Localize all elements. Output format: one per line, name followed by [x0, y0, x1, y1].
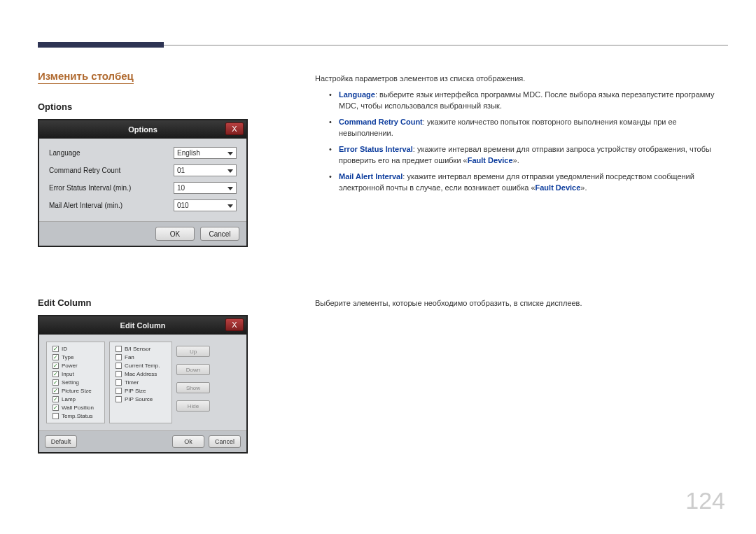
checkbox-item[interactable]: Current Temp. — [115, 363, 166, 369]
row-mail: Mail Alert Interval (min.) 010 — [49, 199, 237, 211]
section-title: Изменить столбец — [38, 70, 134, 84]
checkbox-label: Mac Address — [125, 371, 157, 377]
checkbox-item[interactable]: Temp.Status — [52, 413, 99, 419]
value-retry: 01 — [177, 167, 185, 174]
checkbox-icon[interactable]: ✓ — [52, 346, 59, 352]
value-language: English — [177, 149, 200, 157]
options-description: Настройка параметров элементов из списка… — [315, 73, 728, 198]
checkbox-label: PIP Source — [125, 396, 153, 402]
row-language: Language English — [49, 147, 237, 159]
field-mail[interactable]: 010 — [174, 199, 237, 211]
checkbox-label: Fan — [125, 354, 134, 360]
column-list-1: ✓ID✓Type✓Power✓Input✓Setting✓Picture Siz… — [46, 342, 105, 423]
edit-column-titlebar: Edit Column X — [39, 316, 246, 335]
brand-bar — [38, 42, 164, 48]
checkbox-icon[interactable] — [115, 371, 122, 377]
field-language[interactable]: English — [174, 147, 237, 159]
term-retry: Command Retry Count — [339, 118, 423, 126]
checkbox-item[interactable]: Mac Address — [115, 371, 166, 377]
down-button[interactable]: Down — [176, 364, 210, 375]
edit-column-heading: Edit Column — [38, 297, 92, 308]
checkbox-icon[interactable]: ✓ — [52, 363, 59, 369]
checkbox-item[interactable]: Timer — [115, 379, 166, 386]
column-list-2: B/I SensorFanCurrent Temp.Mac AddressTim… — [109, 342, 172, 423]
label-retry: Command Retry Count — [49, 167, 120, 174]
page-number: 124 — [685, 487, 725, 514]
options-heading: Options — [38, 101, 72, 112]
tail-mail: ». — [580, 183, 587, 192]
link-fault-device-2: Fault Device — [536, 183, 581, 192]
value-mail: 010 — [177, 202, 189, 209]
field-retry[interactable]: 01 — [174, 164, 237, 176]
edit-ok-button[interactable]: Ok — [172, 435, 204, 448]
show-button[interactable]: Show — [176, 382, 210, 393]
checkbox-icon[interactable]: ✓ — [52, 379, 59, 386]
checkbox-item[interactable]: ✓Lamp — [52, 396, 99, 402]
field-error[interactable]: 10 — [174, 182, 237, 194]
checkbox-item[interactable]: PIP Size — [115, 388, 166, 394]
options-dialog-body: Language English Command Retry Count 01 … — [39, 139, 246, 221]
checkbox-icon[interactable] — [52, 413, 59, 419]
checkbox-icon[interactable] — [115, 388, 122, 394]
edit-close-button[interactable]: X — [225, 318, 244, 331]
checkbox-label: Picture Size — [62, 388, 92, 394]
checkbox-item[interactable]: ✓Setting — [52, 379, 99, 386]
edit-cancel-button[interactable]: Cancel — [209, 435, 241, 448]
label-mail: Mail Alert Interval (min.) — [49, 202, 122, 209]
up-button[interactable]: Up — [176, 346, 210, 357]
checkbox-icon[interactable] — [115, 379, 122, 386]
options-titlebar: Options X — [39, 120, 246, 139]
default-button[interactable]: Default — [45, 435, 77, 448]
checkbox-label: Timer — [125, 379, 139, 386]
checkbox-icon[interactable] — [115, 354, 122, 360]
edit-column-description: Выберите элементы, которые необходимо от… — [315, 299, 728, 307]
checkbox-label: Wall Position — [62, 405, 94, 411]
row-retry: Command Retry Count 01 — [49, 164, 237, 176]
close-button[interactable]: X — [225, 122, 244, 135]
checkbox-icon[interactable] — [115, 396, 122, 402]
options-bullet-language: Language: выберите язык интерфейса прогр… — [329, 89, 728, 112]
row-error: Error Status Interval (min.) 10 — [49, 182, 237, 194]
ok-button[interactable]: OK — [155, 227, 195, 241]
edit-button-bar: Default Ok Cancel — [39, 430, 246, 452]
checkbox-label: ID — [62, 346, 67, 352]
checkbox-icon[interactable]: ✓ — [52, 354, 59, 360]
hide-button[interactable]: Hide — [176, 400, 210, 412]
side-buttons: Up Down Show Hide — [176, 342, 210, 423]
edit-column-dialog: Edit Column X ✓ID✓Type✓Power✓Input✓Setti… — [38, 315, 248, 454]
link-fault-device-1: Fault Device — [468, 156, 513, 164]
tail-error: ». — [513, 156, 519, 164]
checkbox-icon[interactable]: ✓ — [52, 371, 59, 377]
options-dialog-title: Options — [128, 125, 158, 134]
checkbox-label: Lamp — [62, 396, 76, 402]
options-bullet-error: Error Status Interval: укажите интервал … — [329, 143, 728, 167]
cancel-button[interactable]: Cancel — [200, 227, 239, 241]
checkbox-item[interactable]: ✓Input — [52, 371, 99, 377]
options-dialog: Options X Language English Command Retry… — [38, 119, 248, 247]
term-mail: Mail Alert Interval — [339, 172, 402, 181]
checkbox-item[interactable]: Fan — [115, 354, 166, 360]
checkbox-item[interactable]: ✓Picture Size — [52, 388, 99, 394]
checkbox-label: Temp.Status — [62, 413, 92, 419]
checkbox-item[interactable]: ✓Wall Position — [52, 405, 99, 411]
checkbox-icon[interactable]: ✓ — [52, 396, 59, 402]
checkbox-item[interactable]: ✓ID — [52, 346, 99, 352]
checkbox-item[interactable]: PIP Source — [115, 396, 166, 402]
checkbox-item[interactable]: ✓Type — [52, 354, 99, 360]
options-bullet-retry: Command Retry Count: укажите количество … — [329, 116, 728, 139]
value-error: 10 — [177, 184, 185, 192]
term-error: Error Status Interval — [339, 145, 413, 153]
options-bullet-mail: Mail Alert Interval: укажите интервал вр… — [329, 171, 728, 194]
checkbox-label: Input — [62, 371, 74, 377]
options-intro: Настройка параметров элементов из списка… — [315, 73, 728, 85]
checkbox-icon[interactable] — [115, 363, 122, 369]
text-language: : выберите язык интерфейса программы MDC… — [339, 90, 715, 111]
checkbox-icon[interactable]: ✓ — [52, 405, 59, 411]
checkbox-item[interactable]: B/I Sensor — [115, 346, 166, 352]
checkbox-item[interactable]: ✓Power — [52, 363, 99, 369]
checkbox-icon[interactable]: ✓ — [52, 388, 59, 394]
checkbox-label: PIP Size — [125, 388, 146, 394]
checkbox-label: Current Temp. — [125, 363, 160, 369]
checkbox-icon[interactable] — [115, 346, 122, 352]
checkbox-label: Type — [62, 354, 74, 360]
